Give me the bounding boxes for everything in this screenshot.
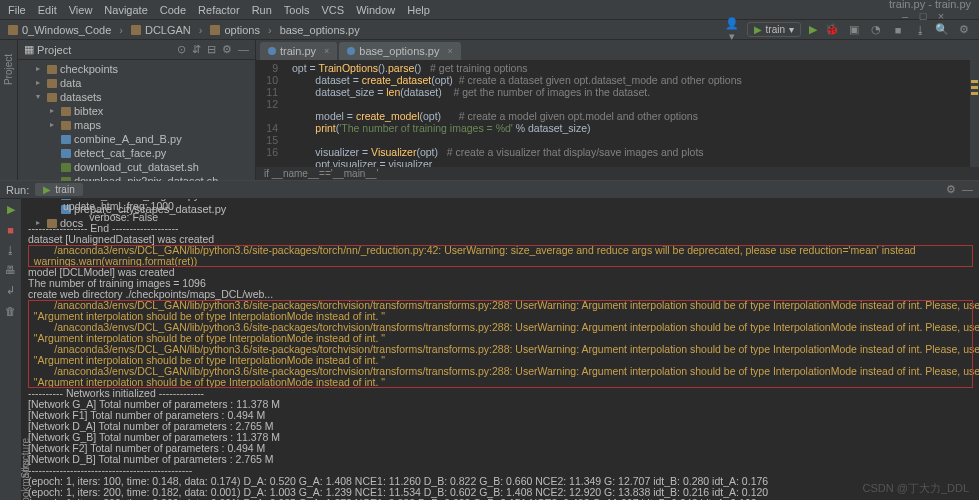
title-file2: train.py — [935, 0, 971, 10]
debug-button[interactable]: 🐞 — [825, 23, 839, 36]
tree-data[interactable]: data — [60, 76, 81, 90]
collapse-all-icon[interactable]: ⊟ — [207, 43, 216, 56]
stop-button[interactable]: ■ — [7, 224, 14, 236]
print-icon[interactable]: 🖶 — [5, 264, 16, 276]
run-config-label: train — [766, 24, 785, 35]
editor-area: train.py× base_options.py× 9101112141516… — [256, 40, 979, 180]
expand-all-icon[interactable]: ⇵ — [192, 43, 201, 56]
menu-refactor[interactable]: Refactor — [198, 4, 240, 16]
bookmarks-tool-button[interactable]: Bookmarks — [20, 459, 31, 500]
run-tool-window: Run: ▶train ⚙ — ▶ ■ ⭳ 🖶 ↲ 🗑 update_html_… — [0, 180, 979, 500]
menu-vcs[interactable]: VCS — [322, 4, 345, 16]
project-tool-window: ▦ Project ⊙ ⇵ ⊟ ⚙ — ▸checkpoints ▸data ▾… — [18, 40, 256, 180]
run-title: Run: — [6, 184, 29, 196]
vcs-update-icon[interactable]: ⭳ — [913, 24, 927, 36]
menu-tools[interactable]: Tools — [284, 4, 310, 16]
clear-icon[interactable]: 🗑 — [5, 305, 16, 317]
menu-window[interactable]: Window — [356, 4, 395, 16]
tab-train[interactable]: train.py× — [260, 42, 337, 60]
menu-view[interactable]: View — [69, 4, 93, 16]
run-tab-label: train — [55, 184, 74, 195]
main-menu: File Edit View Navigate Code Refactor Ru… — [8, 4, 430, 16]
python-icon — [268, 47, 276, 55]
settings-icon[interactable]: ⚙ — [957, 23, 971, 36]
select-opened-icon[interactable]: ⊙ — [177, 43, 186, 56]
tree-maps[interactable]: maps — [74, 118, 101, 132]
chevron-down-icon: ▾ — [789, 24, 794, 35]
tab-label: base_options.py — [359, 45, 439, 57]
hide-icon[interactable]: — — [962, 183, 973, 196]
tree-combine[interactable]: combine_A_and_B.py — [74, 132, 182, 146]
crumb-3[interactable]: base_options.py — [280, 24, 360, 36]
scroll-to-end-icon[interactable]: ⭳ — [5, 244, 16, 256]
folder-icon — [8, 25, 18, 35]
tab-label: train.py — [280, 45, 316, 57]
editor-marker-bar[interactable] — [969, 60, 979, 167]
navigation-bar: 0_Windows_Code DCLGAN options base_optio… — [0, 20, 979, 40]
watermark: CSDN @丁大力_DDL — [862, 481, 969, 496]
code-breadcrumb[interactable]: if __name__=='__main__' — [256, 167, 979, 180]
python-icon — [347, 47, 355, 55]
menu-help[interactable]: Help — [407, 4, 430, 16]
soft-wrap-icon[interactable]: ↲ — [6, 284, 15, 297]
menu-code[interactable]: Code — [160, 4, 186, 16]
gear-icon[interactable]: ⚙ — [222, 43, 232, 56]
project-title: Project — [37, 44, 71, 56]
coverage-button[interactable]: ▣ — [847, 23, 861, 36]
run-icon: ▶ — [754, 24, 762, 35]
folder-icon — [210, 25, 220, 35]
close-tab-icon[interactable]: × — [447, 46, 452, 56]
tab-baseoptions[interactable]: base_options.py× — [339, 42, 460, 60]
run-tab[interactable]: ▶train — [35, 183, 82, 196]
tree-dlcut[interactable]: download_cut_dataset.sh — [74, 160, 199, 174]
tree-bibtex[interactable]: bibtex — [74, 104, 103, 118]
folder-icon: ▦ — [24, 43, 34, 56]
menu-file[interactable]: File — [8, 4, 26, 16]
menu-navigate[interactable]: Navigate — [104, 4, 147, 16]
menu-edit[interactable]: Edit — [38, 4, 57, 16]
left-tool-strip: Project — [0, 40, 18, 180]
run-config-selector[interactable]: ▶ train ▾ — [747, 22, 801, 37]
console-output[interactable]: update_html_freq: 1000 verbose: False --… — [22, 199, 979, 500]
run-button[interactable]: ▶ — [809, 23, 817, 36]
project-tool-button[interactable]: Project — [3, 54, 14, 85]
run-icon: ▶ — [43, 184, 51, 195]
code-editor[interactable]: opt = TrainOptions().parse() # get train… — [284, 60, 969, 167]
crumb-2[interactable]: options — [224, 24, 259, 36]
gear-icon[interactable]: ⚙ — [946, 183, 956, 196]
tree-checkpoints[interactable]: checkpoints — [60, 62, 118, 76]
title-file: train.py — [889, 0, 925, 10]
menu-run[interactable]: Run — [252, 4, 272, 16]
folder-icon — [131, 25, 141, 35]
profile-button[interactable]: ◔ — [869, 23, 883, 36]
line-gutter[interactable]: 91011121415161819 — [256, 60, 284, 167]
hide-icon[interactable]: — — [238, 43, 249, 56]
tree-datasets[interactable]: datasets — [60, 90, 102, 104]
tree-detect[interactable]: detect_cat_face.py — [74, 146, 166, 160]
crumb-1[interactable]: DCLGAN — [145, 24, 191, 36]
rerun-button[interactable]: ▶ — [7, 203, 15, 216]
crumb-0[interactable]: 0_Windows_Code — [22, 24, 111, 36]
editor-tabs: train.py× base_options.py× — [256, 40, 979, 60]
search-icon[interactable]: 🔍 — [935, 23, 949, 36]
user-icon[interactable]: 👤▾ — [725, 17, 739, 43]
close-tab-icon[interactable]: × — [324, 46, 329, 56]
stop-button[interactable]: ■ — [891, 24, 905, 36]
